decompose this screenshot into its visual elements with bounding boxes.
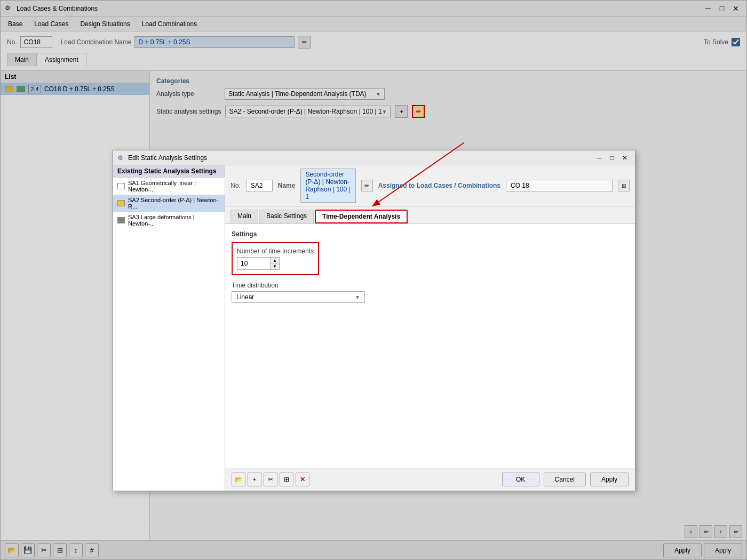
modal-icon: ⚙ <box>117 154 125 162</box>
footer-btn-scissors[interactable]: ✂ <box>264 473 277 486</box>
footer-btn-delete[interactable]: ✕ <box>296 473 309 486</box>
modal-left-panel: Existing Static Analysis Settings SA1 Ge… <box>113 165 225 491</box>
modal-title-bar: ⚙ Edit Static Analysis Settings ─ □ ✕ <box>113 150 635 165</box>
modal-name-value[interactable]: Second-order (P-Δ) | Newton-Raphson | 10… <box>300 169 355 203</box>
spin-down-button[interactable]: ▼ <box>271 263 279 269</box>
time-dist-dropdown[interactable]: Linear ▼ <box>232 291 365 303</box>
sa1-label: SA1 Geometrically linear | Newton-... <box>128 180 220 193</box>
modal-name-label: Name <box>278 182 296 189</box>
modal-tab-main[interactable]: Main <box>231 210 258 223</box>
num-increments-spin[interactable]: ▲ ▼ <box>237 257 280 270</box>
modal-no-value[interactable]: SA2 <box>246 180 273 191</box>
time-dist-label: Time distribution <box>232 282 629 289</box>
footer-btn-open[interactable]: 📂 <box>232 473 245 486</box>
modal-overlay: ⚙ Edit Static Analysis Settings ─ □ ✕ Ex… <box>1 1 746 559</box>
num-increments-label: Number of time increments <box>237 247 314 255</box>
footer-btn-save[interactable]: + <box>248 473 261 486</box>
modal-maximize-button[interactable]: □ <box>606 153 618 163</box>
sa2-label: SA2 Second-order (P-Δ) | Newton-R... <box>128 197 220 210</box>
modal-assigned-value[interactable]: CO 18 <box>506 180 613 191</box>
modal-list-item-sa3[interactable]: SA3 Large deformations | Newton-... <box>113 212 225 229</box>
spin-arrows: ▲ ▼ <box>270 258 279 269</box>
modal-list-item-sa1[interactable]: SA1 Geometrically linear | Newton-... <box>113 178 225 195</box>
modal-minimize-button[interactable]: ─ <box>593 153 605 163</box>
main-window: ⚙ Load Cases & Combinations ─ □ ✕ Base L… <box>0 0 747 560</box>
modal-list-header: Existing Static Analysis Settings <box>113 165 225 178</box>
ok-button[interactable]: OK <box>502 473 539 486</box>
modal-title: Edit Static Analysis Settings <box>128 154 593 162</box>
modal-footer-right: OK Cancel Apply <box>502 473 629 486</box>
modal-edit-name-button[interactable]: ✏ <box>361 180 373 191</box>
modal-no-label: No. <box>231 182 241 189</box>
modal-footer: 📂 + ✂ ⊞ ✕ OK Cancel Apply <box>225 468 635 491</box>
modal-list-item-sa2[interactable]: SA2 Second-order (P-Δ) | Newton-R... <box>113 195 225 212</box>
modal-tab-basic-settings[interactable]: Basic Settings <box>259 210 314 223</box>
modal-tabs-row: Main Basic Settings Time-Dependent Analy… <box>225 206 635 224</box>
number-of-increments-box: Number of time increments ▲ ▼ <box>232 242 319 275</box>
num-increments-input[interactable] <box>237 258 270 269</box>
footer-btn-paste[interactable]: ⊞ <box>280 473 293 486</box>
modal-assigned-label: Assigned to Load Cases / Combinations <box>378 182 500 189</box>
modal-footer-left: 📂 + ✂ ⊞ ✕ <box>232 473 309 486</box>
modal-controls: ─ □ ✕ <box>593 153 631 163</box>
modal-tab-time-dependent[interactable]: Time-Dependent Analysis <box>315 210 408 223</box>
cancel-button[interactable]: Cancel <box>544 473 586 486</box>
modal-content-area: Settings Number of time increments ▲ ▼ <box>225 224 635 468</box>
modal-close-button[interactable]: ✕ <box>619 153 631 163</box>
modal-right-panel: No. SA2 Name Second-order (P-Δ) | Newton… <box>225 165 635 491</box>
sa3-badge <box>117 217 125 223</box>
settings-section-title: Settings <box>232 230 629 238</box>
modal-body: Existing Static Analysis Settings SA1 Ge… <box>113 165 635 491</box>
time-dist-value: Linear <box>236 293 254 301</box>
modal-apply-button[interactable]: Apply <box>590 473 629 486</box>
sa2-badge <box>117 200 125 206</box>
modal-edit-static: ⚙ Edit Static Analysis Settings ─ □ ✕ Ex… <box>113 150 635 491</box>
sa3-label: SA3 Large deformations | Newton-... <box>128 214 220 227</box>
assigned-icon-glyph: ⊞ <box>622 183 626 189</box>
sa1-badge <box>117 183 125 189</box>
spin-up-button[interactable]: ▲ <box>271 258 279 263</box>
modal-assigned-icon-button[interactable]: ⊞ <box>618 180 630 191</box>
modal-top-row: No. SA2 Name Second-order (P-Δ) | Newton… <box>225 165 635 206</box>
time-dist-arrow: ▼ <box>355 294 360 300</box>
